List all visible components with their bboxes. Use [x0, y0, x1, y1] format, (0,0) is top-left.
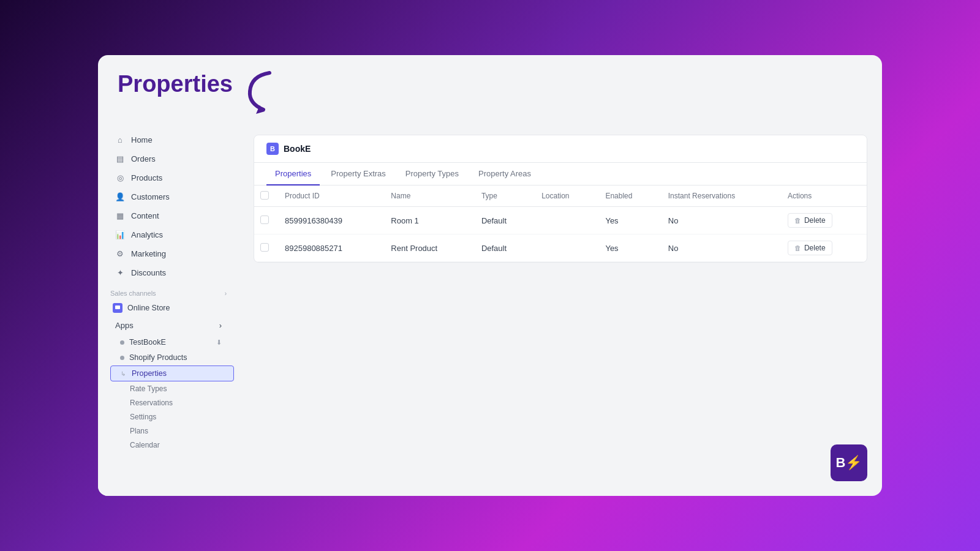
shopify-products-label: Shopify Products [129, 353, 187, 362]
panel-header: B BookE [254, 135, 867, 163]
sidebar-item-orders[interactable]: ▤ Orders [103, 149, 234, 168]
page-header: Properties [98, 55, 882, 125]
testbooke-label: TestBookE [129, 338, 166, 347]
shopify-products-dot [120, 356, 124, 360]
sidebar-item-analytics[interactable]: 📊 Analytics [103, 225, 234, 244]
rate-types-label: Rate Types [130, 384, 167, 393]
sidebar-item-shopify-products[interactable]: Shopify Products [110, 350, 234, 365]
col-header-instant-reservations: Instant Reservations [660, 186, 779, 207]
sidebar-label-customers: Customers [131, 192, 170, 201]
table-header-row: Product ID Name Type Location Enabled In… [254, 186, 867, 207]
tab-property-types[interactable]: Property Types [397, 163, 467, 186]
arrow-decoration [245, 70, 282, 119]
sidebar-item-reservations[interactable]: Reservations [110, 396, 234, 410]
sidebar-item-testbooke[interactable]: TestBookE ⬇ [110, 335, 234, 350]
sidebar-label-home: Home [131, 135, 153, 144]
sidebar-label-online-store: Online Store [127, 304, 170, 312]
row1-name: Room 1 [382, 207, 473, 234]
online-store-icon [113, 303, 123, 313]
reservations-label: Reservations [130, 399, 173, 407]
panel-header-title: BookE [284, 144, 311, 154]
row2-checkbox[interactable] [260, 243, 269, 252]
sidebar-item-discounts[interactable]: ✦ Discounts [103, 263, 234, 282]
row1-checkbox-cell[interactable] [254, 207, 276, 234]
sidebar-label-products: Products [131, 173, 162, 182]
plans-label: Plans [130, 427, 148, 435]
sales-channels-section: Sales channels › [98, 282, 239, 299]
sidebar-item-properties[interactable]: ↳ Properties [110, 365, 234, 381]
row2-delete-icon: 🗑 [794, 244, 801, 252]
marketing-icon: ⚙ [115, 249, 125, 258]
home-icon: ⌂ [115, 135, 125, 144]
card-inner: ⌂ Home ▤ Orders ◎ Products 👤 Customers ▦… [98, 125, 882, 496]
row1-enabled-value: Yes [605, 216, 618, 225]
sidebar-item-marketing[interactable]: ⚙ Marketing [103, 244, 234, 263]
table-row: 8925980885271 Rent Product Default Yes N… [254, 234, 867, 262]
bottom-logo: B⚡ [831, 444, 867, 481]
testbooke-left: TestBookE [120, 338, 166, 347]
tabs-row: Properties Property Extras Property Type… [254, 163, 867, 186]
sidebar-item-home[interactable]: ⌂ Home [103, 130, 234, 149]
properties-arrow-icon: ↳ [121, 370, 126, 377]
col-header-location: Location [533, 186, 597, 207]
orders-icon: ▤ [115, 154, 125, 163]
products-icon: ◎ [115, 173, 125, 182]
settings-label: Settings [130, 413, 156, 421]
sidebar-label-analytics: Analytics [131, 230, 163, 239]
tab-property-extras[interactable]: Property Extras [322, 163, 394, 186]
row1-checkbox[interactable] [260, 216, 269, 224]
row2-enabled-value: Yes [605, 244, 618, 253]
content-icon: ▦ [115, 211, 125, 220]
sidebar-item-online-store[interactable]: Online Store [103, 300, 234, 316]
tab-property-areas[interactable]: Property Areas [470, 163, 540, 186]
row2-location [533, 234, 597, 262]
row2-checkbox-cell[interactable] [254, 234, 276, 262]
row2-instant-reservations: No [660, 234, 779, 262]
sidebar-item-plans[interactable]: Plans [110, 424, 234, 438]
row2-type: Default [473, 234, 533, 262]
sidebar-apps-section[interactable]: Apps › [103, 317, 234, 334]
select-all-header[interactable] [254, 186, 276, 207]
col-header-name: Name [382, 186, 473, 207]
sidebar-item-rate-types[interactable]: Rate Types [110, 382, 234, 395]
row1-enabled: Yes [597, 207, 659, 234]
sidebar: ⌂ Home ▤ Orders ◎ Products 👤 Customers ▦… [98, 125, 239, 496]
apps-submenu: TestBookE ⬇ Shopify Products ↳ Propertie… [98, 335, 239, 452]
row1-delete-icon: 🗑 [794, 217, 801, 224]
col-header-type: Type [473, 186, 533, 207]
main-card: Properties ⌂ Home ▤ Orders ◎ Products 👤 [98, 55, 882, 496]
page-title: Properties [118, 72, 233, 96]
sidebar-item-products[interactable]: ◎ Products [103, 168, 234, 187]
discounts-icon: ✦ [115, 268, 125, 277]
sidebar-item-settings[interactable]: Settings [110, 410, 234, 424]
row1-instant-reservations: No [660, 207, 779, 234]
row1-actions: 🗑 Delete [779, 207, 867, 234]
sidebar-item-calendar[interactable]: Calendar [110, 438, 234, 452]
calendar-label: Calendar [130, 441, 160, 449]
sidebar-label-content: Content [131, 211, 159, 220]
row2-delete-button[interactable]: 🗑 Delete [788, 241, 832, 255]
select-all-checkbox[interactable] [260, 191, 269, 200]
testbooke-dot [120, 340, 124, 345]
customers-icon: 👤 [115, 192, 125, 201]
row1-type: Default [473, 207, 533, 234]
sidebar-item-content[interactable]: ▦ Content [103, 206, 234, 225]
row1-instant-reservations-value: No [668, 216, 679, 225]
row1-product-id: 8599916380439 [276, 207, 382, 234]
table-container: Product ID Name Type Location Enabled In… [254, 186, 867, 262]
row2-instant-reservations-value: No [668, 244, 679, 253]
install-icon: ⬇ [216, 339, 222, 347]
sidebar-item-customers[interactable]: 👤 Customers [103, 187, 234, 206]
tab-properties[interactable]: Properties [266, 163, 320, 186]
content-panel: B BookE Properties Property Extras Prope… [254, 135, 867, 263]
sidebar-label-orders: Orders [131, 154, 156, 163]
properties-table: Product ID Name Type Location Enabled In… [254, 186, 867, 262]
table-row: 8599916380439 Room 1 Default Yes No [254, 207, 867, 234]
row2-enabled: Yes [597, 234, 659, 262]
properties-label: Properties [132, 369, 167, 378]
row1-delete-button[interactable]: 🗑 Delete [788, 213, 832, 228]
sales-channels-label: Sales channels [110, 290, 156, 297]
panel-header-icon: B [266, 143, 279, 155]
svg-rect-1 [115, 305, 120, 309]
row2-actions: 🗑 Delete [779, 234, 867, 262]
